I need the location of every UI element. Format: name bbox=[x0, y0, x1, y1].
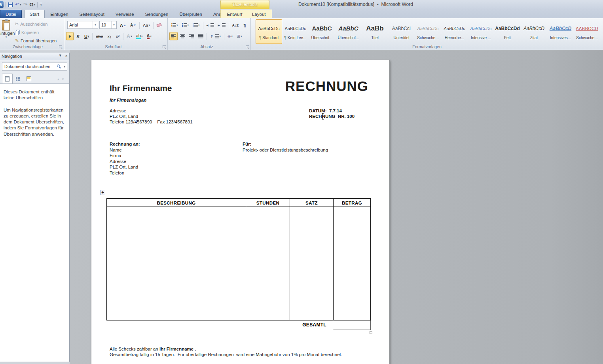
italic-button[interactable]: K bbox=[74, 32, 82, 40]
invoice-table[interactable]: BESCHREIBUNG STUNDEN SATZ BETRAG GESAMTL bbox=[106, 198, 371, 330]
for-description: Projekt- oder Dienstleistungsbeschreibun… bbox=[243, 148, 328, 152]
tab-browse-headings[interactable] bbox=[2, 74, 13, 83]
ribbon: Einfügen ▾ ✂Ausschneiden Kopieren ✎Forma… bbox=[0, 18, 603, 50]
align-right-button[interactable] bbox=[188, 32, 196, 40]
dialog-launcher-icon[interactable] bbox=[246, 45, 249, 48]
redo-button[interactable]: ↷ bbox=[23, 2, 27, 8]
tab-start[interactable]: Start bbox=[24, 10, 45, 18]
format-painter-button[interactable]: ✎Format übertragen bbox=[15, 37, 57, 44]
document-page[interactable]: Ihr Firmenname Ihr Firmenslogan Adresse … bbox=[91, 60, 390, 364]
sort-button[interactable]: A↓Z bbox=[231, 21, 241, 29]
next-result-icon[interactable]: ▼ bbox=[61, 78, 66, 81]
eraser-icon bbox=[156, 23, 162, 27]
style-titel[interactable]: AaBbTitel bbox=[362, 19, 388, 44]
tab-browse-results[interactable] bbox=[23, 74, 34, 83]
multilevel-list-button[interactable]: ▾ bbox=[191, 21, 201, 29]
style-schwacher-verweis[interactable]: AABBCCDSchwache... bbox=[574, 19, 600, 44]
footer-line-1: Alle Schecks zahlbar an Ihr Firmenname . bbox=[110, 347, 196, 351]
superscript-button[interactable]: x² bbox=[114, 32, 121, 40]
close-icon[interactable]: × bbox=[65, 53, 68, 58]
style-intensive-hervorhebung[interactable]: AaBbCcDcIntensive ... bbox=[468, 19, 494, 44]
font-size-combo[interactable]: 10▾ bbox=[99, 21, 117, 29]
grow-font-button[interactable]: A▲ bbox=[118, 21, 128, 29]
show-paragraph-marks-button[interactable]: ¶ bbox=[241, 21, 248, 29]
for-label: Für: bbox=[243, 142, 251, 146]
cut-button[interactable]: ✂Ausschneiden bbox=[15, 20, 47, 28]
word-window: W ↶▾ ↷ Ω▾ ▾ Tabellentools Dokument10 [Ko… bbox=[0, 0, 603, 364]
divider bbox=[6, 2, 6, 8]
tab-seitenlayout[interactable]: Seitenlayout bbox=[74, 10, 110, 18]
justify-button[interactable] bbox=[197, 32, 205, 40]
style-fett[interactable]: AaBbCcDdFett bbox=[494, 19, 521, 44]
bold-button[interactable]: F bbox=[66, 32, 74, 40]
customize-qat-button[interactable]: ▾ bbox=[40, 3, 42, 7]
style-standard[interactable]: AaBbCcDc¶ Standard bbox=[256, 19, 282, 44]
tab-ueberpruefen[interactable]: Überprüfen bbox=[174, 10, 208, 18]
bullet-list-button[interactable]: ▾ bbox=[169, 21, 180, 29]
font-family-combo[interactable]: Arial▾ bbox=[67, 21, 98, 29]
previous-result-icon[interactable]: ▲ bbox=[57, 78, 61, 81]
style-intensives-zitat[interactable]: AaBbCcDIntensives... bbox=[547, 19, 574, 44]
tab-sendungen[interactable]: Sendungen bbox=[140, 10, 174, 18]
dialog-launcher-icon[interactable] bbox=[59, 45, 62, 48]
change-case-button[interactable]: Aa▾ bbox=[141, 21, 152, 29]
chevron-down-icon: ▾ bbox=[0, 36, 15, 39]
highlight-button[interactable]: ab▾ bbox=[135, 32, 144, 40]
total-row: GESAMTL bbox=[106, 320, 371, 330]
style-ueberschrift1[interactable]: AaBbCÜberschrif... bbox=[309, 19, 335, 44]
word-app-icon[interactable]: W bbox=[0, 1, 4, 8]
borders-button[interactable]: ⊞▾ bbox=[235, 32, 244, 40]
symbol-button[interactable]: Ω▾ bbox=[29, 2, 35, 8]
search-icon[interactable] bbox=[57, 64, 60, 67]
bullet-list-icon bbox=[171, 23, 176, 27]
dialog-launcher-icon[interactable] bbox=[163, 45, 166, 48]
total-cell[interactable] bbox=[333, 320, 371, 330]
shading-button[interactable]: ◈▾ bbox=[226, 32, 234, 40]
omega-icon: Ω bbox=[29, 2, 33, 8]
style-schwache-hervorhebung[interactable]: AaBbCcDcSchwache... bbox=[415, 19, 441, 44]
numbered-list-button[interactable]: ▾ bbox=[180, 21, 191, 29]
font-color-button[interactable]: A▾ bbox=[145, 32, 153, 40]
copy-button[interactable]: Kopieren bbox=[15, 28, 39, 36]
paste-button[interactable]: Einfügen ▾ bbox=[0, 19, 15, 44]
align-left-button[interactable] bbox=[169, 32, 178, 40]
underline-button[interactable]: U▾ bbox=[83, 32, 91, 40]
style-hervorhebung[interactable]: AaBbCcDcHervorhe... bbox=[441, 19, 468, 44]
tab-entwurf[interactable]: Entwurf bbox=[223, 10, 246, 18]
line-spacing-button[interactable]: ⇕▾ bbox=[209, 32, 222, 40]
invoice-table-body[interactable] bbox=[106, 207, 371, 320]
search-input[interactable]: Dokument durchsuchen ▾ bbox=[2, 62, 67, 71]
style-ueberschrift2[interactable]: AaBbCÜberschrif... bbox=[335, 19, 362, 44]
align-center-button[interactable] bbox=[178, 32, 187, 40]
decrease-indent-button[interactable]: ◂ bbox=[205, 21, 216, 29]
company-name: Ihr Firmenname bbox=[110, 83, 172, 93]
table-resize-handle[interactable] bbox=[370, 331, 372, 334]
bill-to-line: Name bbox=[110, 148, 122, 152]
tab-verweise[interactable]: Verweise bbox=[110, 10, 140, 18]
chevron-down-icon[interactable]: ▾ bbox=[64, 65, 65, 68]
search-placeholder: Dokument durchsuchen bbox=[4, 64, 50, 69]
pane-menu-icon[interactable]: ▼ bbox=[59, 53, 62, 58]
undo-button[interactable]: ↶▾ bbox=[15, 2, 21, 8]
strikethrough-button[interactable]: abe bbox=[94, 32, 104, 40]
style-kein-leerraum[interactable]: AaBbCcDc¶ Kein Lee... bbox=[282, 19, 309, 44]
column-header: BESCHREIBUNG bbox=[107, 201, 246, 205]
tab-datei[interactable]: Datei bbox=[0, 10, 22, 18]
text-effects-button[interactable]: A▾ bbox=[125, 32, 134, 40]
brush-icon: ✎ bbox=[15, 38, 19, 44]
shrink-font-button[interactable]: A▼ bbox=[129, 21, 138, 29]
tab-layout[interactable]: Layout bbox=[248, 10, 269, 18]
tab-einfuegen[interactable]: Einfügen bbox=[45, 10, 74, 18]
save-icon[interactable] bbox=[8, 2, 13, 7]
tab-browse-pages[interactable] bbox=[13, 74, 23, 83]
style-zitat[interactable]: AaBbCcDZitat bbox=[521, 19, 547, 44]
style-untertitel[interactable]: AaBbCcIUntertitel bbox=[388, 19, 415, 44]
company-slogan: Ihr Firmenslogan bbox=[110, 98, 146, 102]
align-center-icon bbox=[180, 34, 185, 38]
increase-indent-button[interactable]: ▸ bbox=[216, 21, 227, 29]
subscript-button[interactable]: x₂ bbox=[106, 32, 113, 40]
footer-line-2: Gesamtbetrag fällig in 15 Tagen. Für übe… bbox=[110, 352, 342, 357]
table-move-handle[interactable]: + bbox=[100, 190, 105, 195]
group-label: Formatvorlagen bbox=[251, 44, 603, 49]
clear-formatting-button[interactable] bbox=[155, 21, 163, 29]
